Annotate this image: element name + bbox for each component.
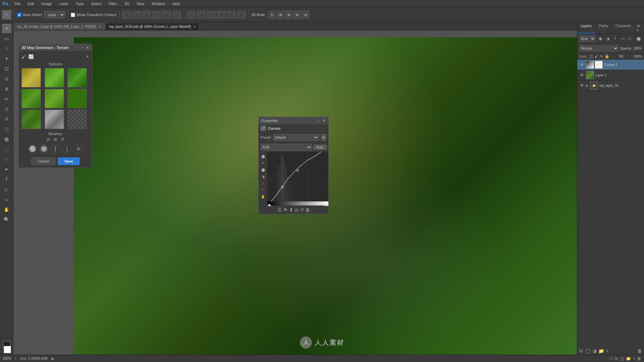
curves-view-btn[interactable]: ◎ (294, 207, 299, 213)
brush-circle-full[interactable] (28, 144, 37, 154)
layer-mask-btn[interactable]: ◯ (585, 348, 590, 354)
3d-roll-btn[interactable]: ⊕ (277, 11, 284, 19)
texture-2[interactable] (45, 68, 64, 87)
curves-hand-btn[interactable]: ✋ (260, 193, 266, 199)
menu-help[interactable]: Help (171, 1, 181, 6)
curves-smooth-btn[interactable]: 〰 (260, 187, 266, 193)
texture-5[interactable] (45, 89, 64, 108)
paint-brush-tool[interactable]: 🖌 (21, 54, 26, 59)
eyedropper-tool[interactable]: ⊘ (2, 74, 11, 83)
curves-minimize-btn[interactable]: − (318, 118, 320, 123)
status-btn-4[interactable]: 📁 (626, 356, 631, 361)
filter-text-btn[interactable]: T (612, 35, 619, 42)
tab-1-close[interactable]: ✕ (98, 25, 101, 28)
crop-tool[interactable]: ⊡ (2, 64, 11, 73)
align-top-btn[interactable]: ⬛ (122, 11, 131, 19)
gradient-tool[interactable]: ▦ (2, 134, 11, 144)
brush-tool[interactable]: ✏ (2, 94, 11, 104)
menu-edit[interactable]: Edit (26, 1, 36, 6)
layer-group-btn[interactable]: 📁 (598, 348, 604, 354)
layer-vis-layer1[interactable]: 👁 (579, 73, 585, 77)
history-brush-tool[interactable]: ↺ (2, 114, 11, 124)
layer-select[interactable]: Layer Group (44, 11, 65, 18)
tab-2[interactable]: top_layer_0129.psb @ 100% (Curves 1, Lay… (105, 23, 199, 30)
layer-expand-icon[interactable]: ▶ (586, 84, 589, 87)
filter-toggle-btn[interactable]: ⬤ (635, 35, 642, 42)
preset-select[interactable]: Default (273, 134, 319, 141)
curves-slider-left[interactable] (267, 202, 271, 206)
status-btn-2[interactable]: fx (615, 356, 618, 361)
lock-paint-btn[interactable]: 🖌 (594, 54, 598, 59)
panel-tool2[interactable]: 🔄 (28, 54, 34, 59)
menu-type[interactable]: Type (74, 1, 85, 6)
3d-scale-btn[interactable]: ⊕ (302, 11, 309, 19)
search-type-select[interactable]: Kind (579, 35, 596, 42)
channel-select[interactable]: RGB Red Green Blue (261, 144, 312, 150)
curves-eyedropper-gray[interactable]: ◑ (260, 173, 266, 179)
clone-tool[interactable]: ⊙ (2, 104, 11, 114)
status-btn-1[interactable]: ⬡ (610, 356, 613, 361)
move-tool-icon[interactable]: ✛ (2, 10, 11, 19)
blend-mode-select[interactable]: Normal Multiply Screen (579, 45, 619, 52)
3d-rotate-btn[interactable]: ↻ (268, 11, 276, 19)
align-right-btn[interactable]: ⬛ (172, 11, 181, 19)
texture-7[interactable] (21, 110, 41, 129)
status-arrow[interactable]: ▶ (52, 357, 54, 360)
channels-tab[interactable]: Channels (612, 22, 634, 34)
curves-eyedropper-white[interactable]: ○ (260, 180, 266, 186)
filter-smart-btn[interactable]: ⬡ (627, 35, 633, 42)
brush-curve2-opt[interactable]: ∫ (62, 144, 71, 154)
blur-tool[interactable]: ◌ (2, 144, 11, 154)
menu-window[interactable]: Window (151, 1, 166, 6)
curves-reset-btn[interactable]: ↺ (300, 207, 304, 213)
layer-item-layer1[interactable]: 👁 Layer 1 (577, 70, 644, 80)
status-btn-5[interactable]: + (633, 356, 635, 361)
move-tool[interactable]: ✛ (2, 24, 11, 33)
texture-8[interactable] (45, 110, 64, 129)
curves-clip-btn[interactable]: ⬇ (289, 207, 293, 213)
filter-shape-btn[interactable]: ▭ (619, 35, 626, 42)
dodge-tool[interactable]: ○ (2, 155, 11, 164)
align-bottom-btn[interactable]: ⬛ (142, 11, 151, 19)
texture-6[interactable] (67, 89, 87, 108)
texture-9[interactable] (67, 110, 87, 129)
curves-slider-right[interactable] (324, 202, 328, 206)
type-tool[interactable]: T (2, 175, 11, 184)
menu-view[interactable]: View (135, 1, 146, 6)
eraser-tool[interactable]: ◻ (2, 124, 11, 134)
layer-vis-toplayer[interactable]: 👁 (579, 83, 585, 88)
filter-adjust-btn[interactable]: ◑ (604, 35, 611, 42)
dist-bottom-btn[interactable]: ⬛ (207, 11, 216, 19)
dist-left-btn[interactable]: ⬛ (217, 11, 226, 19)
panel-minimize-btn[interactable]: − (82, 45, 84, 50)
background-color[interactable] (4, 346, 11, 353)
lock-position-btn[interactable]: ✛ (600, 54, 603, 59)
layer-delete-btn[interactable]: 🗑 (637, 348, 642, 354)
align-left-btn[interactable]: ⬛ (152, 11, 161, 19)
curves-add-adjustment-btn[interactable]: ☰ (277, 207, 282, 213)
auto-btn[interactable]: Auto (313, 145, 326, 150)
layer-adjustment-btn[interactable]: ◑ (592, 348, 596, 354)
show-transform-checkbox[interactable] (71, 13, 75, 17)
menu-select[interactable]: Select (90, 1, 103, 6)
curves-visibility-btn[interactable]: 👁 (283, 207, 288, 213)
menu-filter[interactable]: Filter (107, 1, 118, 6)
layer-item-toplayer[interactable]: 👁 ▶ 📁 top_layer_01 (577, 80, 644, 91)
right-tabs-more[interactable]: ≫ ≡ (635, 22, 644, 34)
path-tool[interactable]: ▷ (2, 185, 11, 194)
menu-file[interactable]: File (13, 1, 22, 6)
3d-slide-btn[interactable]: ⊕ (293, 11, 301, 19)
texture-4[interactable] (21, 89, 41, 108)
tab-2-close[interactable]: ✕ (193, 25, 196, 28)
paths-tab[interactable]: Paths (595, 22, 612, 34)
brush-circle-soft[interactable] (39, 144, 49, 154)
curves-draw-tool[interactable]: ✏ (260, 160, 266, 166)
texture-1[interactable] (21, 68, 41, 87)
menu-3d[interactable]: 3D (123, 1, 130, 6)
layer-vis-curves1[interactable]: 👁 (579, 62, 585, 67)
texture-3[interactable] (67, 68, 87, 87)
3d-pan-btn[interactable]: ⊕ (285, 11, 292, 19)
magic-wand-tool[interactable]: ✦ (2, 54, 11, 63)
layer-item-curves1[interactable]: 👁 Curves 1 (577, 60, 644, 70)
panel-close-btn[interactable]: ✕ (86, 45, 89, 50)
